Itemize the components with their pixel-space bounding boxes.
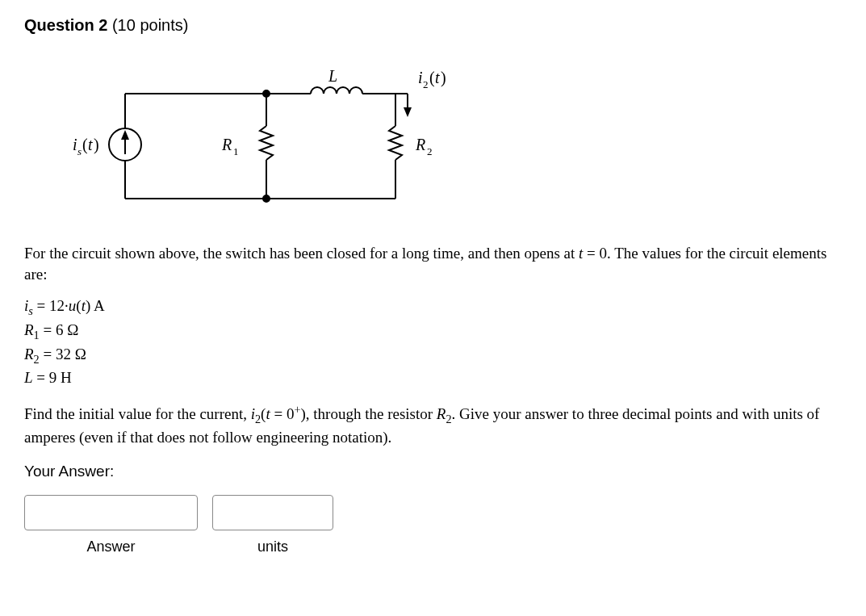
answer-input[interactable] xyxy=(24,495,198,530)
param-is: is = 12·u(t) A xyxy=(24,295,842,320)
param-r2: R2 = 32 Ω xyxy=(24,344,842,368)
question-points: (10 points) xyxy=(107,16,188,34)
units-input-label: units xyxy=(257,538,288,555)
svg-text:(: ( xyxy=(82,136,88,154)
answer-input-label: Answer xyxy=(86,538,135,555)
svg-text:i: i xyxy=(418,69,423,86)
circuit-diagram: i s ( t ) R 1 L i 2 ( t ) R 2 xyxy=(48,49,842,223)
svg-text:2: 2 xyxy=(427,145,433,157)
svg-text:t: t xyxy=(88,136,93,153)
param-l: L = 9 H xyxy=(24,367,842,389)
svg-text:(: ( xyxy=(429,69,435,87)
svg-text:): ) xyxy=(441,69,446,87)
svg-text:t: t xyxy=(435,69,440,86)
svg-text:L: L xyxy=(328,67,337,85)
svg-text:s: s xyxy=(77,145,82,157)
question-header: Question 2 (10 points) xyxy=(24,16,842,35)
svg-text:R: R xyxy=(221,136,232,153)
svg-text:R: R xyxy=(415,136,425,153)
answer-row: Answer units xyxy=(24,495,842,555)
svg-marker-17 xyxy=(404,107,412,117)
svg-text:): ) xyxy=(94,136,99,154)
problem-ask: Find the initial value for the current, … xyxy=(24,402,842,448)
units-input[interactable] xyxy=(212,495,333,530)
svg-marker-3 xyxy=(121,130,129,140)
svg-text:2: 2 xyxy=(423,78,429,90)
parameter-list: is = 12·u(t) A R1 = 6 Ω R2 = 32 Ω L = 9 … xyxy=(24,295,842,389)
svg-text:1: 1 xyxy=(233,145,239,157)
svg-text:i: i xyxy=(73,136,77,153)
problem-intro: For the circuit shown above, the switch … xyxy=(24,243,842,284)
your-answer-label: Your Answer: xyxy=(24,463,842,480)
question-number: Question 2 xyxy=(24,16,107,34)
param-r1: R1 = 6 Ω xyxy=(24,320,842,344)
